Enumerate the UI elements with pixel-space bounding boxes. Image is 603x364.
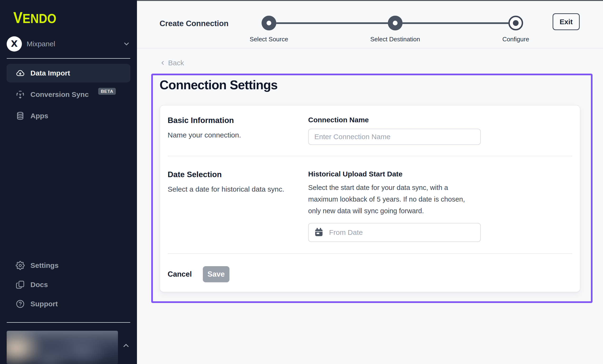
vendo-logo: Vendo (13, 9, 116, 26)
chevron-up-icon[interactable] (122, 341, 130, 364)
from-date-input[interactable] (308, 223, 481, 242)
sidebar-item-data-import[interactable]: Data Import (7, 64, 130, 82)
sidebar-item-label: Support (30, 300, 58, 308)
sidebar-item-apps[interactable]: Apps (7, 107, 130, 125)
section-title: Date Selection (168, 170, 308, 179)
sidebar-item-conversion-sync[interactable]: Conversion Sync BETA (7, 85, 130, 104)
stepper: Select Source Select Destination Configu… (137, 1, 603, 48)
sidebar-item-label: Docs (30, 281, 48, 289)
from-date-field (308, 223, 481, 242)
calendar-icon (314, 228, 323, 237)
section-description: Select a date for historical data sync. (168, 185, 308, 193)
basic-information-left: Basic Information Name your connection. (168, 116, 308, 139)
help-circle-icon (16, 299, 25, 309)
cloud-download-icon (16, 69, 25, 78)
chevron-down-icon (123, 40, 130, 48)
sidebar-nav: Data Import Conversion Sync BETA (7, 64, 130, 125)
back-link[interactable]: Back (160, 59, 184, 67)
start-date-help-text: Select the start date for your data sync… (308, 182, 476, 217)
workspace-switcher[interactable]: X Mixpanel (7, 36, 130, 52)
sidebar-item-settings[interactable]: Settings (7, 256, 130, 275)
beta-badge: BETA (98, 88, 116, 95)
gear-icon (16, 261, 25, 270)
sidebar-footer-nav: Settings Docs Support (7, 256, 130, 313)
page-title: Connection Settings (160, 78, 591, 92)
sync-scan-icon (16, 90, 25, 99)
step-label: Select Destination (370, 36, 420, 43)
step-connector (402, 22, 509, 24)
mixpanel-x-icon: X (7, 36, 22, 52)
sidebar-item-label: Data Import (30, 69, 70, 77)
sidebar-item-label: Settings (30, 261, 58, 269)
blurred-user-info (7, 331, 118, 364)
start-date-label: Historical Upload Start Date (308, 170, 572, 178)
save-button[interactable]: Save (203, 266, 230, 282)
step-label: Configure (502, 36, 529, 43)
sidebar-item-label: Conversion Sync (30, 90, 89, 99)
connection-name-label: Connection Name (308, 116, 572, 124)
step-dot-select-source (262, 16, 276, 30)
step-connector (276, 22, 388, 24)
chevron-left-icon (160, 60, 166, 66)
workspace-name: Mixpanel (27, 40, 118, 48)
connection-name-input[interactable] (308, 129, 481, 145)
user-row (7, 331, 130, 364)
sidebar: Vendo X Mixpanel Data Import (0, 0, 137, 364)
step-dot-select-destination (388, 16, 403, 30)
form-actions: Cancel Save (168, 254, 572, 292)
step-label: Select Source (250, 36, 288, 43)
exit-button[interactable]: Exit (553, 13, 580, 30)
sidebar-item-label: Apps (30, 112, 48, 120)
date-selection-row: Date Selection Select a date for histori… (168, 156, 572, 253)
settings-card: Basic Information Name your connection. … (160, 105, 580, 292)
date-selection-left: Date Selection Select a date for histori… (168, 170, 308, 193)
sidebar-divider (7, 58, 130, 59)
date-selection-right: Historical Upload Start Date Select the … (308, 170, 572, 242)
basic-information-right: Connection Name (308, 116, 572, 145)
sidebar-item-support[interactable]: Support (7, 295, 130, 313)
sidebar-item-docs[interactable]: Docs (7, 276, 130, 294)
section-description: Name your connection. (168, 131, 308, 139)
cancel-button[interactable]: Cancel (168, 270, 192, 278)
wizard-header: Create Connection Select Source Select D… (137, 1, 603, 48)
basic-information-row: Basic Information Name your connection. … (168, 105, 572, 156)
copy-pages-icon (16, 280, 25, 289)
back-label: Back (168, 59, 184, 67)
sidebar-footer-divider (7, 322, 130, 323)
database-icon (16, 111, 25, 120)
step-dot-configure (508, 16, 523, 30)
main-area: Create Connection Select Source Select D… (137, 1, 603, 364)
connection-settings-panel: Connection Settings Basic Information Na… (151, 74, 592, 303)
section-title: Basic Information (168, 116, 308, 125)
user-account-card[interactable] (7, 331, 118, 364)
